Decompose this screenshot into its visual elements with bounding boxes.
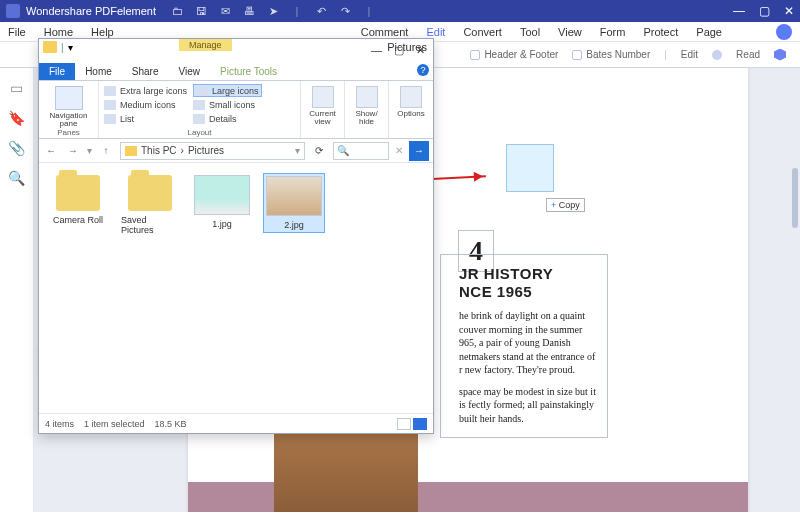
path-dropdown-icon[interactable]: ▾ xyxy=(295,145,300,156)
menu-protect[interactable]: Protect xyxy=(643,26,678,38)
menu-form[interactable]: Form xyxy=(600,26,626,38)
menu-home[interactable]: Home xyxy=(44,26,73,38)
image-thumbnail xyxy=(266,176,322,216)
search-input[interactable]: 🔍 xyxy=(333,142,389,160)
folder-icon xyxy=(128,175,172,211)
maximize-icon[interactable]: ▢ xyxy=(759,4,770,18)
explorer-ribbon-tabs: Manage Pictures File Home Share View Pic… xyxy=(39,61,433,81)
header-footer-button[interactable]: Header & Footer xyxy=(470,49,558,60)
navigation-pane-button[interactable] xyxy=(55,86,83,110)
menu-view[interactable]: View xyxy=(558,26,582,38)
crumb-thispc[interactable]: This PC xyxy=(141,145,177,156)
file-explorer-window[interactable]: | ▾ ― ▢ ✕ Manage Pictures File Home Shar… xyxy=(38,38,434,434)
show-hide-label: Show/ hide xyxy=(350,110,383,126)
refresh-icon[interactable]: ⟳ xyxy=(311,145,327,156)
menu-page[interactable]: Page xyxy=(696,26,722,38)
forward-icon[interactable]: → xyxy=(65,145,81,156)
explorer-file-list[interactable]: Camera Roll Saved Pictures 1.jpg 2.jpg xyxy=(39,163,433,413)
text-block[interactable]: JR HISTORY NCE 1965 he brink of daylight… xyxy=(440,254,608,438)
layout-small[interactable]: Small icons xyxy=(193,98,262,111)
image-thumbnail xyxy=(194,175,250,215)
minimize-icon[interactable]: ― xyxy=(733,4,745,18)
layout-details[interactable]: Details xyxy=(193,112,262,125)
folder-item[interactable]: Saved Pictures xyxy=(119,173,181,237)
options-button[interactable] xyxy=(400,86,422,108)
save-icon[interactable]: 🖫 xyxy=(194,5,208,18)
current-view-label: Current view xyxy=(306,110,339,126)
bates-number-button[interactable]: Bates Number xyxy=(572,49,650,60)
ribbon-help-icon[interactable]: ? xyxy=(417,64,429,76)
image-item[interactable]: 1.jpg xyxy=(191,173,253,231)
image-item-selected[interactable]: 2.jpg xyxy=(263,173,325,233)
explorer-minimize-icon[interactable]: ― xyxy=(371,44,382,56)
go-button[interactable]: → xyxy=(409,141,429,161)
print-icon[interactable]: 🖶 xyxy=(242,5,256,18)
bookmarks-icon[interactable]: 🔖 xyxy=(8,110,25,126)
folder-icon xyxy=(43,41,57,53)
recent-dropdown-icon[interactable]: ▾ xyxy=(87,145,92,156)
status-selected: 1 item selected xyxy=(84,419,145,429)
menu-convert[interactable]: Convert xyxy=(463,26,502,38)
undo-icon[interactable]: ↶ xyxy=(314,5,328,18)
heading-line2: NCE 1965 xyxy=(459,283,599,301)
layout-group-label: Layout xyxy=(104,128,295,137)
app-logo xyxy=(6,4,20,18)
options-label: Options xyxy=(397,110,425,118)
layout-list[interactable]: List xyxy=(104,112,187,125)
image-drop-placeholder[interactable] xyxy=(506,144,554,192)
ribbon-options-group: Options xyxy=(389,81,433,138)
back-icon[interactable]: ← xyxy=(43,145,59,156)
explorer-titlebar: ― ▢ ✕ xyxy=(39,39,433,61)
up-icon[interactable]: ↑ xyxy=(98,145,114,156)
menu-file[interactable]: File xyxy=(8,26,26,38)
window-controls: ― ▢ ✕ xyxy=(733,4,794,18)
tab-view[interactable]: View xyxy=(169,63,211,80)
share-icon[interactable]: ➤ xyxy=(266,5,280,18)
explorer-window-title: Pictures xyxy=(387,41,427,53)
tab-picture-tools[interactable]: Picture Tools xyxy=(210,63,287,80)
thumbnails-icon[interactable]: ▭ xyxy=(10,80,23,96)
open-icon[interactable]: 🗀 xyxy=(170,5,184,18)
tab-home[interactable]: Home xyxy=(75,63,122,80)
layout-extra-large[interactable]: Extra large icons xyxy=(104,84,187,97)
show-hide-button[interactable] xyxy=(356,86,378,108)
ribbon-layout-group: Extra large icons Medium icons List Larg… xyxy=(99,81,301,138)
menu-tool[interactable]: Tool xyxy=(520,26,540,38)
attachments-icon[interactable]: 📎 xyxy=(8,140,25,156)
qat-sep: | xyxy=(61,42,64,53)
app-title: Wondershare PDFelement xyxy=(26,5,156,17)
menu-edit[interactable]: Edit xyxy=(426,26,445,38)
layout-large[interactable]: Large icons xyxy=(193,84,262,97)
navigation-pane-label: Navigation pane xyxy=(44,112,93,128)
breadcrumb[interactable]: This PC› Pictures ▾ xyxy=(120,142,305,160)
context-tab-manage[interactable]: Manage xyxy=(179,39,232,51)
read-toggle[interactable] xyxy=(774,49,786,61)
panes-group-label: Panes xyxy=(57,128,80,137)
menu-comment[interactable]: Comment xyxy=(361,26,409,38)
view-details-icon[interactable] xyxy=(397,418,411,430)
tab-file[interactable]: File xyxy=(39,63,75,80)
folder-item[interactable]: Camera Roll xyxy=(47,173,109,227)
view-large-icon[interactable] xyxy=(413,418,427,430)
user-avatar[interactable] xyxy=(776,24,792,40)
item-name: Saved Pictures xyxy=(121,215,179,235)
edit-mode-label: Edit xyxy=(681,49,698,60)
search-icon[interactable]: 🔍 xyxy=(8,170,25,186)
layout-medium[interactable]: Medium icons xyxy=(104,98,187,111)
scrollbar[interactable] xyxy=(792,168,798,228)
mail-icon[interactable]: ✉ xyxy=(218,5,232,18)
redo-icon[interactable]: ↷ xyxy=(338,5,352,18)
crumb-pictures[interactable]: Pictures xyxy=(188,145,224,156)
ribbon-showhide-group: Show/ hide xyxy=(345,81,389,138)
edit-toggle[interactable] xyxy=(712,50,722,60)
menu-help[interactable]: Help xyxy=(91,26,114,38)
qat-dropdown-icon[interactable]: ▾ xyxy=(68,42,73,53)
close-icon[interactable]: ✕ xyxy=(784,4,794,18)
clear-search-icon[interactable]: ✕ xyxy=(395,145,403,156)
ribbon-current-view-group: Current view xyxy=(301,81,345,138)
page-color-band xyxy=(188,482,748,512)
current-view-button[interactable] xyxy=(312,86,334,108)
tab-share[interactable]: Share xyxy=(122,63,169,80)
status-item-count: 4 items xyxy=(45,419,74,429)
item-name: 1.jpg xyxy=(212,219,232,229)
